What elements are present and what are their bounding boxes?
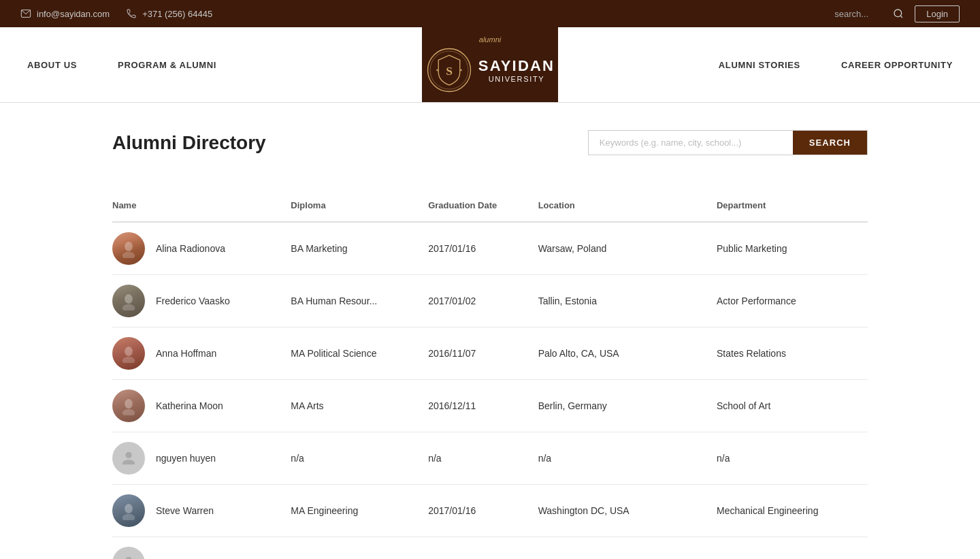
logo[interactable]: alumni S SAYIDAN UNIVERSITY	[422, 27, 558, 102]
alumni-name-cell: hgfds jhgfd	[112, 547, 291, 559]
logo-sayidan: SAYIDAN	[478, 57, 555, 75]
avatar	[112, 389, 145, 422]
cell-diploma: n/a	[291, 432, 428, 485]
alumnus-name: Katherina Moon	[156, 400, 223, 411]
alumnus-name: Steve Warren	[156, 505, 214, 516]
topbar-left: info@sayidan.com +371 (256) 64445	[20, 8, 212, 19]
svg-point-15	[122, 409, 135, 415]
email-contact[interactable]: info@sayidan.com	[20, 8, 110, 19]
cell-grad-date: 2017/01/16	[428, 222, 538, 275]
cell-location: n/a	[538, 432, 717, 485]
avatar	[112, 232, 145, 265]
table-row[interactable]: Alina Radionova BA Marketing 2017/01/16 …	[112, 222, 868, 275]
cell-name: Frederico Vaasko	[112, 275, 291, 328]
svg-point-7	[460, 69, 462, 71]
alumni-search-input[interactable]	[589, 131, 793, 155]
nav-about-us[interactable]: ABOUT US	[27, 41, 77, 89]
svg-line-2	[900, 16, 902, 18]
alumni-name-cell: Katherina Moon	[112, 389, 291, 422]
svg-point-6	[436, 69, 438, 71]
nav-program-alumni[interactable]: PROGRAM & ALUMNI	[118, 41, 216, 89]
nav-right: ALUMNI STORIES CAREER OPPORTUNITY	[558, 27, 980, 102]
avatar	[112, 547, 145, 559]
alumni-search-button[interactable]: SEARCH	[793, 131, 867, 155]
cell-diploma: MA Arts	[291, 380, 428, 432]
logo-badge-icon: S	[425, 46, 473, 94]
table-row[interactable]: Katherina Moon MA Arts 2016/12/11 Berlin…	[112, 380, 868, 432]
svg-point-8	[125, 242, 133, 251]
alumni-table: Name Diploma Graduation Date Location De…	[112, 192, 868, 559]
cell-diploma: n/a	[291, 537, 428, 560]
page-title: Alumni Directory	[112, 132, 266, 154]
person-icon	[119, 449, 138, 468]
cell-grad-date: 2017/01/16	[428, 485, 538, 537]
table-row[interactable]: Steve Warren MA Engineering 2017/01/16 W…	[112, 485, 868, 537]
cell-department: n/a	[717, 432, 868, 485]
nav-career-opportunity[interactable]: CAREER OPPORTUNITY	[841, 41, 953, 89]
cell-name: Steve Warren	[112, 485, 291, 537]
svg-point-10	[125, 294, 133, 304]
nav-alumni-stories[interactable]: ALUMNI STORIES	[719, 41, 800, 89]
table-row[interactable]: hgfds jhgfd n/a n/a n/a n/a	[112, 537, 868, 560]
alumni-search-bar: SEARCH	[588, 130, 868, 155]
navigation: ABOUT US PROGRAM & ALUMNI alumni S	[0, 27, 980, 103]
cell-diploma: BA Human Resour...	[291, 275, 428, 328]
svg-point-9	[122, 252, 135, 258]
svg-point-12	[125, 347, 133, 356]
phone-text: +371 (256) 64445	[142, 9, 212, 19]
email-icon	[20, 8, 31, 19]
cell-department: Mechanical Engineering	[717, 485, 868, 537]
alumni-name-cell: Steve Warren	[112, 494, 291, 527]
login-button[interactable]: Login	[915, 5, 960, 22]
col-header-grad: Graduation Date	[428, 192, 538, 222]
avatar-graphic	[119, 501, 138, 520]
table-row[interactable]: Anna Hoffman MA Political Science 2016/1…	[112, 328, 868, 380]
svg-point-11	[122, 304, 135, 310]
avatar	[112, 494, 145, 527]
cell-department: States Relations	[717, 328, 868, 380]
phone-icon	[126, 8, 137, 19]
alumni-tbody: Alina Radionova BA Marketing 2017/01/16 …	[112, 222, 868, 559]
alumnus-name: Alina Radionova	[156, 243, 225, 254]
alumni-name-cell: Anna Hoffman	[112, 337, 291, 370]
cell-name: Katherina Moon	[112, 380, 291, 432]
cell-name: hgfds jhgfd	[112, 537, 291, 560]
table-row[interactable]: nguyen huyen n/a n/a n/a n/a	[112, 432, 868, 485]
svg-point-18	[122, 514, 135, 520]
cell-diploma: MA Political Science	[291, 328, 428, 380]
cell-name: Anna Hoffman	[112, 328, 291, 380]
col-header-dept: Department	[717, 192, 868, 222]
svg-text:S: S	[446, 64, 453, 78]
topbar-search[interactable]	[834, 8, 904, 19]
avatar-graphic	[119, 239, 138, 258]
search-icon	[893, 8, 904, 19]
search-input-wrapper: SEARCH	[588, 130, 868, 155]
svg-point-1	[894, 10, 902, 17]
alumnus-name: Anna Hoffman	[156, 348, 216, 359]
cell-diploma: MA Engineering	[291, 485, 428, 537]
logo-university: UNIVERSITY	[489, 75, 545, 83]
col-header-diploma: Diploma	[291, 192, 428, 222]
email-text: info@sayidan.com	[37, 9, 110, 19]
avatar-graphic	[119, 291, 138, 310]
cell-name: Alina Radionova	[112, 222, 291, 275]
topbar-search-input[interactable]	[834, 9, 889, 19]
cell-location: n/a	[538, 537, 717, 560]
avatar-graphic	[119, 396, 138, 415]
cell-location: Warsaw, Poland	[538, 222, 717, 275]
alumnus-name: Frederico Vaasko	[156, 296, 230, 306]
phone-contact[interactable]: +371 (256) 64445	[126, 8, 212, 19]
alumni-name-cell: Frederico Vaasko	[112, 285, 291, 317]
cell-grad-date: 2016/11/07	[428, 328, 538, 380]
cell-location: Berlin, Germany	[538, 380, 717, 432]
cell-department: Public Marketing	[717, 222, 868, 275]
cell-grad-date: 2016/12/11	[428, 380, 538, 432]
col-header-name: Name	[112, 192, 291, 222]
table-header: Name Diploma Graduation Date Location De…	[112, 192, 868, 222]
avatar-graphic	[119, 344, 138, 363]
main-content: Alumni Directory SEARCH Name Diploma Gra…	[99, 130, 881, 559]
table-row[interactable]: Frederico Vaasko BA Human Resour... 2017…	[112, 275, 868, 328]
cell-grad-date: n/a	[428, 537, 538, 560]
table-header-row: Name Diploma Graduation Date Location De…	[112, 192, 868, 222]
topbar: info@sayidan.com +371 (256) 64445 Login	[0, 0, 980, 27]
